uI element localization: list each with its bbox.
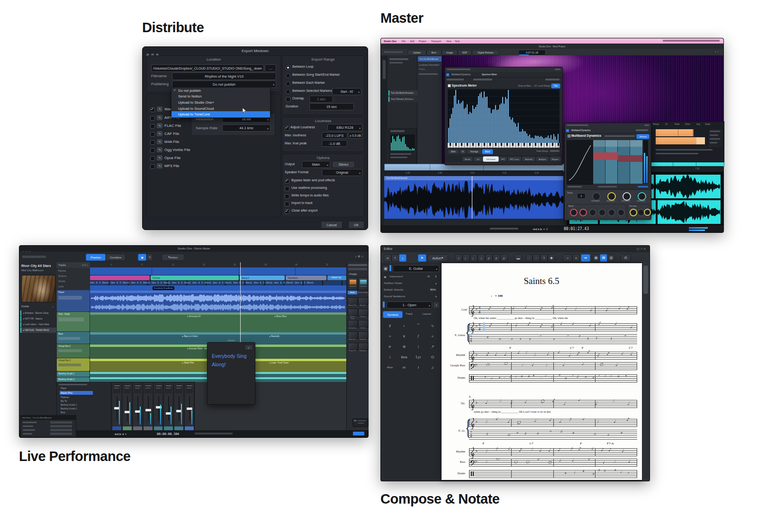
setup-knob-1[interactable] — [592, 192, 601, 201]
mixer-channel-strip[interactable] — [174, 382, 184, 431]
menu-view[interactable]: View — [446, 40, 451, 43]
slur-button[interactable]: « — [572, 254, 580, 262]
staff-drums-2[interactable]: x♩xxxxx♩♪ — [469, 470, 637, 478]
mode-waterfall[interactable]: Waterfall — [522, 156, 536, 162]
add-icon[interactable]: ＋ — [51, 305, 54, 309]
track-header-virtual2[interactable]: Virtual Part 2 — [57, 344, 90, 358]
symbol-staccato[interactable]: ⁝ — [418, 345, 419, 349]
format-ogg[interactable]: Ogg Vorbis File — [164, 148, 190, 152]
ok-button[interactable]: OK — [348, 221, 364, 229]
opus-checkbox[interactable] — [150, 156, 155, 161]
staff-upright-bass[interactable]: ♭ ○○♩♩♩♩♩○♩ — [469, 362, 637, 370]
toolbar-right-icons[interactable]: ♪ ⊕ ⌂ — [355, 255, 363, 258]
variations-edit-icon[interactable]: ✎ — [435, 295, 437, 298]
preset-label[interactable]: Extra Snap — [358, 291, 368, 293]
track-header-bass[interactable]: Bass — [57, 332, 90, 344]
staff-egt-tab[interactable]: TAB 2 ⓪②200①③ ②2③ — [469, 430, 637, 440]
tab-symbols[interactable]: Symbols — [383, 311, 403, 318]
symbol-tremolo[interactable]: ≋ — [403, 345, 406, 349]
option-check[interactable]: Import to track — [291, 201, 313, 204]
mixer-channel-strip[interactable] — [153, 382, 163, 431]
format-opus[interactable]: Opus File — [164, 156, 180, 160]
thirtysecond-note-button[interactable]: ♬ — [493, 254, 500, 262]
option-check[interactable]: Close after export — [291, 209, 317, 212]
output-dropdown[interactable]: Main — [302, 161, 330, 168]
preset-tile[interactable] — [348, 343, 358, 350]
staff-drums[interactable]: x♩x♩♪♩xxx♩♩♩xx♪♪xx♩♩♩xx — [469, 374, 637, 382]
section-chip-pink[interactable] — [90, 275, 150, 280]
half-note-button[interactable]: ♩ — [462, 254, 470, 262]
whole-note-button[interactable]: ○ — [455, 254, 462, 262]
mixer-channel-strip[interactable] — [143, 382, 153, 431]
setup-knob-4[interactable] — [638, 192, 646, 201]
bypass-led[interactable] — [566, 129, 569, 132]
menu-edit[interactable]: Edit — [410, 40, 415, 43]
section-chip-song2[interactable]: Song 2 — [240, 275, 285, 280]
velocity-value[interactable]: 80% — [430, 288, 436, 291]
band-knob[interactable] — [579, 209, 587, 216]
mixer-row[interactable]: Backing Vocals 1 — [61, 404, 77, 406]
marker-dropdown[interactable]: Start - #2 — [332, 88, 361, 95]
section-chip-chorus[interactable]: Chorus — [151, 275, 239, 280]
band-knob[interactable] — [617, 209, 625, 216]
mbd-band-grid[interactable] — [593, 140, 642, 184]
plugin-tab[interactable]: Spectrum Meter — [482, 73, 497, 76]
symbol-flat[interactable]: ♭ — [403, 324, 405, 328]
overlap-field[interactable]: 1 sec — [309, 96, 333, 103]
import-track-checkbox[interactable] — [285, 202, 289, 206]
quarter-note-button[interactable]: ♩ — [470, 254, 478, 262]
toolbar-right-icons[interactable]: ♪ ◔ — [715, 50, 719, 53]
spectrum-control[interactable]: Show as Bars — [518, 85, 531, 87]
preset-tile[interactable] — [358, 331, 369, 339]
cancel-button[interactable]: Cancel — [321, 221, 343, 229]
range-option[interactable]: Between Song Start/End Marker — [292, 73, 340, 76]
export-path-field[interactable]: /Volumes/Clouds/Dropbox/_CLOUD STUDIO/_S… — [151, 64, 264, 72]
preset-label[interactable]: Compress — [348, 327, 357, 329]
project-item[interactable]: Inner Release Service ▸ — [388, 97, 418, 102]
pointer-tool[interactable]: ➤ — [418, 254, 426, 262]
layout-tool-icon[interactable]: ≡ — [384, 254, 391, 262]
between-song-radio[interactable] — [286, 73, 290, 78]
spectrum-control[interactable]: LR — [534, 85, 537, 87]
mixer-channel-strip[interactable] — [133, 382, 143, 431]
symbol-forte[interactable]: ƒ — [417, 334, 419, 338]
symbol-h[interactable]: H — [403, 365, 406, 370]
setlist-item[interactable]: ▸ Embrace - Electric Camp — [20, 310, 58, 316]
loop-toggle[interactable]: ◉ — [138, 254, 146, 261]
loudness-tolerance-field[interactable]: ± 0.5 dB — [348, 132, 362, 139]
preset-tile[interactable] — [358, 297, 369, 305]
adjust-loudness-checkbox[interactable] — [285, 126, 289, 131]
digital-release-button[interactable]: Digital Release — [472, 50, 499, 55]
plugin-window-header[interactable] — [565, 123, 651, 128]
lane-amp[interactable]: ▸ American DI ▸ Briton Blue — [90, 312, 346, 333]
titlebar-icons[interactable]: ◰ ↗ ✕ — [637, 247, 646, 250]
range-option[interactable]: Between Loop — [292, 65, 314, 68]
average-chip[interactable]: Average — [467, 149, 482, 154]
section-chip-transition[interactable]: Transition — [286, 275, 326, 280]
overlap-checkbox[interactable] — [286, 97, 290, 102]
drum-tool-icon[interactable]: ⌗ — [391, 254, 399, 262]
option-check[interactable]: Use realtime processing — [291, 186, 327, 189]
mode-third-octave[interactable]: 1/3 Octave — [483, 156, 499, 162]
grid-button[interactable]: ▦ — [592, 254, 600, 262]
preset-tile[interactable] — [348, 309, 358, 316]
range-option[interactable]: Between Each Marker — [292, 81, 325, 84]
samplerate-dropdown[interactable]: 44.1 kHz — [222, 124, 271, 132]
mastered-clip[interactable] — [656, 175, 721, 198]
tab-layout[interactable]: Layout — [423, 312, 431, 315]
symbol-trill[interactable]: tr — [389, 345, 391, 349]
lyric-event-chip[interactable]: Everybody Sing Along! — [153, 286, 174, 290]
flat-button[interactable]: Flat — [551, 83, 560, 89]
meter-chip[interactable]: Int — [665, 123, 668, 125]
mixer-row[interactable]: Bass — [61, 411, 65, 414]
update-button[interactable]: Update — [407, 50, 426, 55]
symbol-accent[interactable]: > — [389, 334, 391, 338]
master-titlebar[interactable]: Studio One - New Project — [381, 44, 723, 49]
mixer-row[interactable]: Pajamas — [61, 396, 69, 399]
symbol-i[interactable]: I — [418, 365, 419, 370]
caf-checkbox[interactable] — [150, 132, 155, 137]
param-row[interactable]: Patches — [58, 270, 66, 272]
meter-chip[interactable]: Avg — [696, 123, 700, 125]
setup-knob-3[interactable] — [623, 192, 631, 201]
realtime-checkbox[interactable] — [285, 186, 289, 191]
